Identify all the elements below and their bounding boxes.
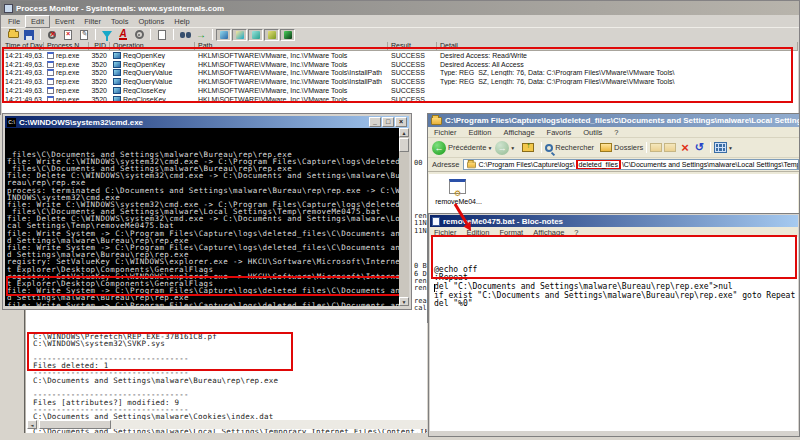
notepad-menu-item[interactable]: Affichage [529,228,570,237]
views-dropdown-icon[interactable]: ▼ [728,145,733,151]
scroll-down-button[interactable]: ▼ [399,297,409,306]
horizontal-scrollbar[interactable]: ◄ [27,420,427,429]
process-icon [47,52,54,59]
column-header[interactable]: Time of Day [2,42,44,50]
scrollbar-thumb[interactable] [399,138,409,152]
notepad-menu-item[interactable]: Fichier [430,228,463,237]
toolbar-separator [212,29,213,40]
cmd-titlebar[interactable]: C:\ C:\WINDOWS\system32\cmd.exe _ □ × [5,116,409,128]
clear-button[interactable] [60,28,76,41]
notepad-menu-item[interactable]: Format [495,228,529,237]
back-dropdown-icon[interactable]: ▼ [487,145,492,151]
capture-log-text: C:\WINDOWS\Prefetch\REP.EXE-37B161C8.pfC… [33,311,427,433]
show-filesystem-button[interactable] [232,29,247,41]
show-registry-button[interactable] [216,29,231,41]
toolbar-separator [541,142,542,153]
notepad-menu-item[interactable]: Edition [463,228,496,237]
include-process-button[interactable] [131,28,147,41]
jump-button[interactable]: → [193,28,209,41]
open-button[interactable] [5,28,21,41]
find-button[interactable] [177,28,193,41]
explorer-menu-item[interactable]: Edition [463,127,498,138]
address-highlighted-segment: deleted_files [576,159,621,170]
explorer-menu-item[interactable]: Affichage [497,127,540,138]
explorer-toolbar: ← Précédente ▼ → ▼ Rechercher Dossiers ×… [428,138,799,158]
copy-to-icon[interactable] [664,143,676,152]
batch-file-label[interactable]: removeMe04... [431,198,486,205]
table-row[interactable]: 14:21:49,63... rep.exe 3520 RegQueryValu… [2,77,798,86]
notepad-menu-item[interactable]: ? [570,228,584,237]
procmon-toolbar: A → [1,27,799,41]
table-row[interactable]: 14:21:49,63... rep.exe 3520 RegOpenKey H… [2,60,798,69]
column-header[interactable]: Detail [437,42,798,50]
forward-dropdown-icon[interactable]: ▼ [510,145,515,151]
folder-icon [467,161,476,167]
scroll-left-button[interactable]: ◄ [27,420,37,429]
show-profiling-button[interactable] [280,29,295,41]
delete-button[interactable]: × [678,142,692,154]
procmon-menu-item[interactable]: Options [133,16,169,27]
up-button[interactable] [522,143,534,152]
autoscroll-icon [80,30,88,40]
explorer-titlebar[interactable]: C:\Program Files\Capture\logs\deleted_fi… [428,114,799,127]
notepad-text-area[interactable]: @echo off:Repeatdel "C:\Documents and Se… [430,237,798,431]
procmon-column-headers[interactable]: Time of Day Process N... PID Operation P… [2,42,798,51]
column-header[interactable]: Operation [110,42,195,50]
highlight-button[interactable]: A [115,28,131,41]
forward-button[interactable]: → [495,141,509,155]
explorer-menu-item[interactable]: ? [608,127,624,138]
close-button[interactable]: × [395,117,407,127]
procmon-menu-item[interactable]: Tools [106,16,134,27]
notepad-titlebar[interactable]: removeMe0475.bat - Bloc-notes [430,215,798,227]
column-header[interactable]: Result [388,42,437,50]
procmon-menu-item[interactable]: Filter [79,16,106,27]
autoscroll-button[interactable] [76,28,92,41]
process-icon [47,61,54,68]
properties-button[interactable] [154,28,170,41]
explorer-addressbar: Adresse C:\Program Files\Capture\logs\de… [428,158,799,172]
folders-button[interactable]: Dossiers [614,143,643,152]
column-header[interactable]: PID [89,42,110,50]
show-profiling-icon [284,31,292,39]
explorer-menu-item[interactable]: Favoris [541,127,578,138]
show-process-button[interactable] [264,29,279,41]
scroll-up-button[interactable]: ▲ [399,128,409,137]
procmon-menu-item[interactable]: Edit [25,15,50,28]
vertical-scrollbar[interactable]: ▲ ▼ [399,128,409,306]
cmd-console[interactable]: _files\C\Documents and Settings\malware\… [5,128,409,306]
minimize-button[interactable]: _ [369,117,381,127]
folders-icon [600,143,612,152]
back-label[interactable]: Précédente [448,143,486,152]
find-icon [180,32,191,38]
explorer-menu-item[interactable]: Fichier [428,127,463,138]
table-row[interactable]: 14:21:49,63... rep.exe 3520 RegCloseKey … [2,95,798,104]
search-button[interactable]: Rechercher [555,143,594,152]
procmon-menu-item[interactable]: Help [169,16,194,27]
toolbar-separator [95,29,96,40]
procmon-menu-item[interactable]: File [3,16,25,27]
column-header[interactable]: Path [195,42,388,50]
scrollbar-thumb[interactable] [39,420,111,429]
address-input[interactable]: C:\Program Files\Capture\logs\deleted_fi… [463,159,799,170]
save-button[interactable] [21,28,37,41]
table-row[interactable]: 14:21:49,63... rep.exe 3520 RegOpenKey H… [2,51,798,60]
maximize-button[interactable]: □ [382,117,394,127]
move-to-icon[interactable] [650,143,662,152]
table-row[interactable]: 14:21:49,63... rep.exe 3520 RegCloseKey … [2,86,798,95]
procmon-menu-item[interactable]: Event [50,16,79,27]
batch-file-icon[interactable] [449,179,466,194]
back-button[interactable]: ← [432,141,446,155]
folder-icon [431,117,442,125]
views-button[interactable] [714,142,727,153]
table-row[interactable]: 14:21:49,63... rep.exe 3520 RegQueryValu… [2,69,798,78]
explorer-menu-item[interactable]: Outils [577,127,608,138]
address-text: \C\Documents and Settings\malware\Local … [622,161,799,168]
search-icon [545,144,553,152]
properties-icon [158,30,166,40]
show-network-button[interactable] [248,29,263,41]
column-header[interactable]: Process N... [44,42,89,50]
filter-button[interactable] [99,28,115,41]
capture-button[interactable] [44,28,60,41]
procmon-titlebar[interactable]: Process Monitor - Sysinternals: www.sysi… [1,1,799,15]
undo-button[interactable]: ↺ [692,142,707,153]
